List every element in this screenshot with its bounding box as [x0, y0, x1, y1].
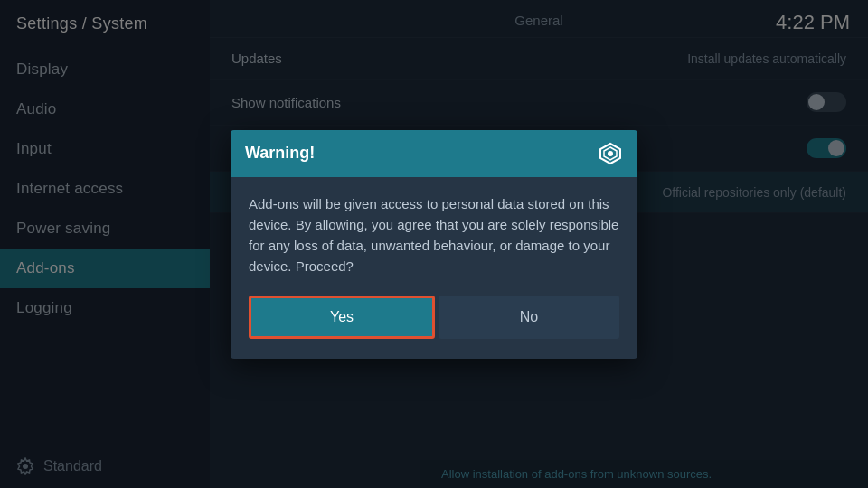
- dialog-header: Warning!: [231, 130, 637, 177]
- yes-button[interactable]: Yes: [249, 296, 435, 339]
- modal-overlay: Warning! Add-ons will be given access to…: [0, 0, 868, 488]
- dialog-message: Add-ons will be given access to personal…: [249, 193, 619, 277]
- dialog-buttons: Yes No: [249, 296, 619, 339]
- kodi-icon: [598, 141, 623, 166]
- dialog-body: Add-ons will be given access to personal…: [231, 177, 637, 359]
- no-button[interactable]: No: [439, 296, 619, 339]
- svg-point-3: [608, 151, 613, 156]
- warning-dialog: Warning! Add-ons will be given access to…: [231, 130, 637, 359]
- dialog-title: Warning!: [245, 144, 315, 163]
